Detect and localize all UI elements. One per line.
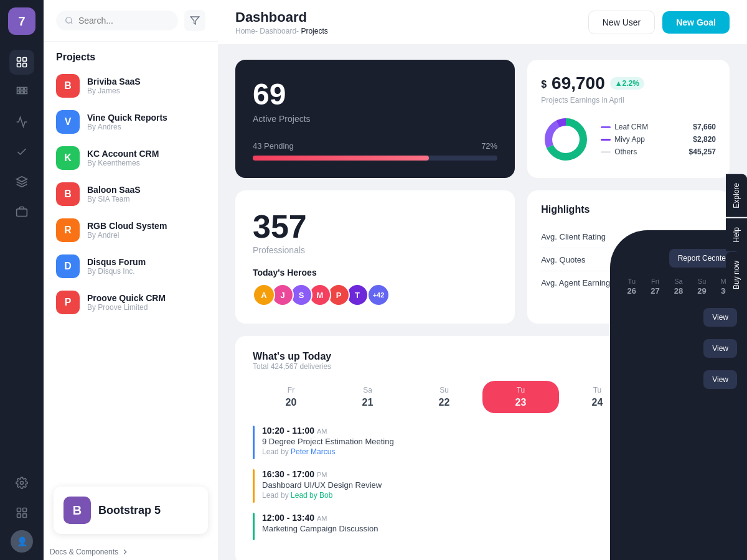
cal-day-23-active[interactable]: Tu 23 bbox=[482, 381, 559, 413]
project-icon-rgb: R bbox=[56, 218, 80, 242]
legend-val-mivy: $2,820 bbox=[689, 135, 716, 144]
legend-dot-leaf bbox=[601, 126, 611, 128]
svg-rect-3 bbox=[23, 63, 27, 67]
event-details-3: 12:00 - 13:40 AM Marketing Campaign Disc… bbox=[262, 513, 378, 534]
side-tab-explore[interactable]: Explore bbox=[726, 174, 747, 217]
new-user-button[interactable]: New User bbox=[588, 11, 655, 34]
hero-avatar-a: A bbox=[253, 284, 275, 306]
side-tab-buynow[interactable]: Buy now bbox=[726, 252, 747, 298]
legend-items: Leaf CRM Mivy App Others bbox=[601, 123, 679, 156]
search-input[interactable] bbox=[78, 16, 169, 26]
filter-button[interactable] bbox=[184, 10, 205, 31]
bootstrap-card: B Bootstrap 5 bbox=[54, 487, 208, 534]
overlay-view-button-2[interactable]: View bbox=[703, 339, 737, 358]
project-list: B Briviba SaaS By James V Vine Quick Rep… bbox=[44, 68, 218, 477]
svg-rect-6 bbox=[24, 88, 27, 90]
svg-marker-10 bbox=[17, 177, 27, 182]
project-info-kc: KC Account CRM By Keenthemes bbox=[87, 149, 159, 167]
earnings-top: $ 69,700 ▲2.2% bbox=[541, 73, 716, 93]
side-tab-help[interactable]: Help bbox=[726, 218, 747, 251]
event-lead-link-2[interactable]: Lead by Bob bbox=[291, 491, 332, 500]
cal-day-21[interactable]: Sa 21 bbox=[329, 381, 406, 413]
bootstrap-title: Bootstrap 5 bbox=[98, 504, 161, 517]
earnings-donut-chart bbox=[541, 114, 591, 164]
svg-rect-7 bbox=[17, 91, 20, 93]
percent-text: 72% bbox=[481, 141, 497, 151]
row-1: 69 Active Projects 43 Pending 72% $ 69,7… bbox=[235, 60, 730, 178]
event-details-2: 16:30 - 17:00 PM Dashboard UI/UX Design … bbox=[262, 469, 382, 500]
bootstrap-icon: B bbox=[63, 497, 91, 524]
oc-day-28[interactable]: Sa 28 bbox=[667, 278, 690, 296]
event-time-1: 10:20 - 11:00 AM bbox=[262, 426, 394, 436]
filter-icon bbox=[190, 16, 200, 26]
earnings-amount: 69,700 bbox=[552, 73, 605, 93]
progress-bar-bg bbox=[253, 156, 497, 161]
svg-rect-11 bbox=[17, 209, 27, 217]
nav-settings-icon[interactable] bbox=[9, 470, 34, 495]
active-projects-number: 69 bbox=[253, 77, 497, 111]
nav-check-icon[interactable] bbox=[9, 139, 34, 164]
user-avatar[interactable]: 👤 bbox=[11, 530, 33, 553]
nav-chart-icon[interactable] bbox=[9, 110, 34, 134]
new-goal-button[interactable]: New Goal bbox=[662, 11, 730, 34]
project-item-kc[interactable]: K KC Account CRM By Keenthemes bbox=[50, 140, 212, 176]
project-info-vine: Vine Quick Reports By Andres bbox=[87, 113, 167, 131]
earnings-subtitle: Projects Earnings in April bbox=[541, 96, 716, 105]
search-box[interactable] bbox=[56, 11, 178, 30]
cal-day-22[interactable]: Su 22 bbox=[406, 381, 482, 413]
project-info-baloon: Baloon SaaS By SIA Team bbox=[87, 185, 141, 203]
svg-rect-8 bbox=[21, 91, 23, 93]
active-projects-bottom: 43 Pending 72% bbox=[253, 141, 497, 161]
cal-day-20[interactable]: Fr 20 bbox=[253, 381, 329, 413]
oc-day-26[interactable]: Tu 26 bbox=[620, 278, 644, 296]
heroes-avatars: A J S M P T +42 bbox=[253, 284, 497, 306]
earnings-badge: ▲2.2% bbox=[610, 77, 644, 90]
event-lead-2: Lead by Lead by Bob bbox=[262, 491, 382, 500]
project-item-vine[interactable]: V Vine Quick Reports By Andres bbox=[50, 104, 212, 140]
search-icon bbox=[65, 16, 73, 26]
project-item-briviba[interactable]: B Briviba SaaS By James bbox=[50, 68, 212, 104]
svg-marker-18 bbox=[190, 17, 199, 24]
project-item-proove[interactable]: P Proove Quick CRM By Proove Limited bbox=[50, 284, 212, 320]
project-item-disqus[interactable]: D Disqus Forum By Disqus Inc. bbox=[50, 248, 212, 284]
overlay-view-button-1[interactable]: View bbox=[703, 308, 737, 327]
svg-rect-4 bbox=[17, 88, 20, 90]
project-info-disqus: Disqus Forum By Disqus Inc. bbox=[87, 257, 146, 276]
project-item-rgb[interactable]: R RGB Cloud System By Andrei bbox=[50, 212, 212, 248]
oc-day-29[interactable]: Su 29 bbox=[690, 278, 714, 296]
project-icon-disqus: D bbox=[56, 254, 80, 278]
overlay-view-button-3[interactable]: View bbox=[703, 370, 737, 389]
event-title-1: 9 Degree Project Estimation Meeting bbox=[262, 437, 394, 446]
pending-text: 43 Pending bbox=[253, 141, 294, 151]
professionals-card: 357 Professionals Today's Heroes A J S M… bbox=[235, 190, 515, 324]
nav-dashboard-icon[interactable] bbox=[9, 50, 34, 75]
nav-briefcase-icon[interactable] bbox=[9, 199, 34, 224]
legend-dot-mivy bbox=[601, 139, 611, 141]
project-icon-baloon: B bbox=[56, 182, 80, 206]
project-item-baloon[interactable]: B Baloon SaaS By SIA Team bbox=[50, 176, 212, 212]
project-icon-proove: P bbox=[56, 291, 80, 314]
projects-label: Projects bbox=[44, 42, 218, 68]
topbar-left: Dashboard Home- Dashboard- Projects bbox=[235, 9, 328, 35]
hero-avatar-plus: +42 bbox=[367, 284, 390, 306]
side-tabs: Explore Help Buy now bbox=[726, 174, 747, 298]
nav-grid2-icon[interactable] bbox=[9, 500, 34, 525]
sidebar: Projects B Briviba SaaS By James V Vine … bbox=[44, 0, 218, 560]
event-lead-link-1[interactable]: Peter Marcus bbox=[291, 447, 335, 456]
project-icon-briviba: B bbox=[56, 74, 80, 98]
docs-link[interactable]: Docs & Components bbox=[44, 544, 218, 560]
svg-point-12 bbox=[21, 482, 24, 485]
nav-layers-icon[interactable] bbox=[9, 169, 34, 194]
progress-bar-fill bbox=[253, 156, 429, 161]
project-info-briviba: Briviba SaaS By James bbox=[87, 77, 141, 95]
app-avatar: 7 bbox=[8, 7, 35, 35]
earnings-dollar: $ bbox=[541, 79, 547, 90]
icon-bar: 7 👤 bbox=[0, 0, 44, 560]
topbar-right: New User New Goal bbox=[588, 11, 730, 34]
svg-point-17 bbox=[66, 17, 72, 23]
svg-rect-16 bbox=[23, 514, 27, 518]
highlight-name-rating: Avg. Client Rating bbox=[541, 232, 606, 241]
nav-grid-icon[interactable] bbox=[9, 80, 34, 105]
oc-day-27[interactable]: Fri 27 bbox=[644, 278, 667, 296]
project-icon-kc: K bbox=[56, 146, 80, 170]
